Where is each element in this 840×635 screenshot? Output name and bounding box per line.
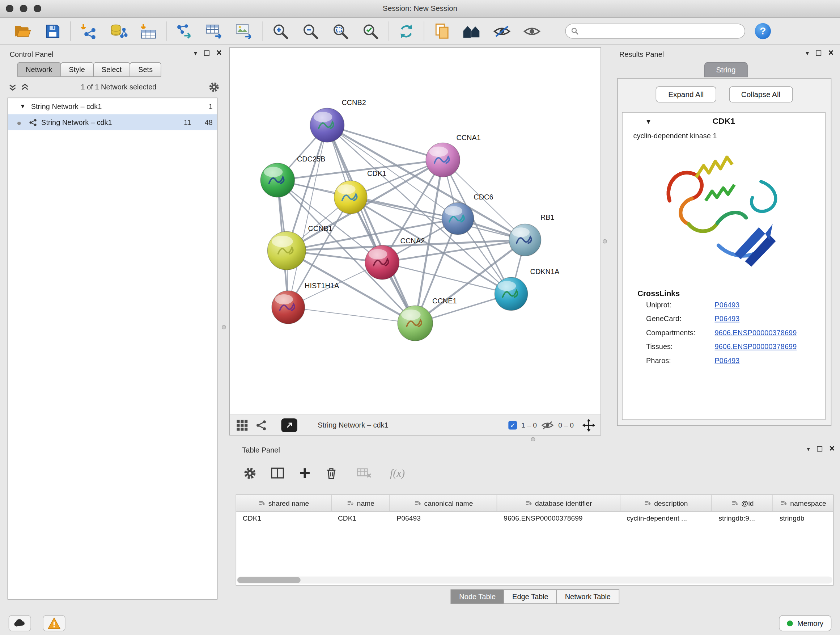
network-node-ccnb2[interactable]: CCNB2 [310,98,366,142]
table-header-row: shared name name canonical name database… [236,495,833,511]
column-header[interactable]: namespace [773,495,833,511]
pan-crosshair-icon[interactable] [583,418,595,432]
network-node-label: RB1 [540,213,554,221]
tab-select[interactable]: Select [93,62,130,77]
column-header[interactable]: database identifier [497,495,620,511]
gear-icon[interactable] [208,81,219,92]
expand-all-icon[interactable] [21,83,29,91]
network-edge[interactable] [327,125,415,323]
hidden-eye-slash-icon[interactable] [541,420,554,430]
panel-close-icon[interactable]: × [829,50,834,56]
hide-selected-button[interactable] [487,19,517,43]
database-network-icon [109,23,127,39]
network-canvas[interactable]: CCNB2CCNA1CDC25BCDK1CDC6RB1CCNB1CCNA2CDK… [230,48,600,415]
warnings-button[interactable] [43,615,65,631]
network-node-label: CDK1 [367,169,386,177]
table-row[interactable]: CDK1 CDK1 P06493 9606.ENSP00000378699 cy… [236,511,833,526]
horizontal-scrollbar[interactable] [237,577,833,584]
tab-network-table[interactable]: Network Table [556,589,619,604]
export-table-button[interactable] [199,19,229,43]
table-mode-button[interactable] [243,466,256,480]
panel-float-icon[interactable] [817,447,822,452]
open-external-button[interactable] [281,418,297,432]
title-bar: Session: New Session [0,0,840,18]
copy-document-button[interactable] [427,19,457,43]
sort-icon [731,500,738,507]
expand-all-button[interactable]: Expand All [656,87,716,103]
zoom-fit-button[interactable] [325,19,355,43]
tab-sets[interactable]: Sets [129,62,161,77]
tab-edge-table[interactable]: Edge Table [504,589,557,604]
column-header[interactable]: @id [712,495,774,511]
scrollbar-thumb[interactable] [237,577,301,583]
import-network-database-button[interactable] [103,19,134,43]
right-splitter-handle[interactable] [603,239,607,244]
search-input[interactable] [582,27,739,35]
crosslink-link[interactable]: P06493 [714,301,739,309]
zoom-out-button[interactable] [295,19,325,43]
horizontal-splitter-handle[interactable] [531,437,535,441]
share-view-button[interactable] [254,418,268,432]
show-columns-button[interactable] [271,467,285,480]
network-node-cdk1[interactable]: CDK1 [334,169,386,214]
clone-network-button[interactable] [169,19,199,43]
crosslink-link[interactable]: P06493 [714,315,739,323]
zoom-selected-button[interactable] [355,19,385,43]
tab-network[interactable]: Network [17,62,61,77]
network-overview-button[interactable] [457,19,487,43]
open-session-button[interactable] [8,19,38,43]
panel-float-icon[interactable] [816,50,821,56]
selected-checkbox-icon[interactable]: ✓ [508,421,517,429]
import-network-file-button[interactable] [73,19,103,43]
network-edge[interactable] [288,125,327,307]
left-splitter-handle[interactable] [222,325,226,329]
show-all-button[interactable] [517,19,547,43]
export-image-button[interactable] [229,19,259,43]
save-session-button[interactable] [38,19,68,43]
column-header[interactable]: description [620,495,712,511]
network-node-rb1[interactable]: RB1 [509,213,554,256]
zoom-in-button[interactable] [265,19,295,43]
disclosure-triangle-icon[interactable]: ▼ [20,103,26,109]
crosslink-link[interactable]: 9606.ENSP00000378699 [714,343,797,351]
trash-icon [325,466,338,480]
collection-label: String Network – cdk1 [31,102,102,110]
gene-disclosure-icon[interactable]: ▼ [645,117,652,125]
network-node-cdkn1a[interactable]: CDKN1A [494,268,560,310]
toolbar-separator [166,21,166,41]
network-node-ccna1[interactable]: CCNA1 [426,134,481,177]
crosslink-link[interactable]: 9606.ENSP00000378699 [714,329,797,337]
network-view: CCNB2CCNA1CDC25BCDK1CDC6RB1CCNB1CCNA2CDK… [229,47,601,435]
function-builder-button[interactable]: f(x) [390,467,405,479]
panel-collapse-icon[interactable]: ▾ [807,445,810,453]
search-icon [571,27,579,35]
panel-float-icon[interactable] [204,50,210,56]
collapse-all-button[interactable]: Collapse All [729,87,793,103]
create-column-button[interactable] [298,467,311,480]
help-button[interactable]: ? [755,23,771,39]
tab-style[interactable]: Style [60,62,94,77]
birdseye-view-button[interactable] [235,418,249,432]
refresh-button[interactable] [391,19,421,43]
panel-collapse-icon[interactable]: ▾ [194,49,197,57]
delete-table-button[interactable] [357,467,371,478]
network-node-hist1h1a[interactable]: HIST1H1A [272,282,339,324]
network-collection-row[interactable]: ▼ String Network – cdk1 1 [8,98,217,114]
network-row[interactable]: ● String Network – cdk1 11 48 [8,114,217,130]
collapse-all-icon[interactable] [9,83,17,91]
network-edge[interactable] [288,307,415,323]
network-edge[interactable] [327,125,443,160]
panel-close-icon[interactable]: × [216,50,222,56]
column-header[interactable]: shared name [236,495,332,511]
column-header[interactable]: canonical name [390,495,497,511]
crosslink-link[interactable]: P06493 [714,356,739,364]
cloud-status-button[interactable] [9,615,31,631]
delete-columns-button[interactable] [325,466,338,480]
tab-string[interactable]: String [704,62,747,77]
column-header[interactable]: name [332,495,390,511]
panel-collapse-icon[interactable]: ▾ [806,49,809,57]
import-table-button[interactable] [134,19,164,43]
memory-button[interactable]: Memory [779,615,832,631]
tab-node-table[interactable]: Node Table [451,589,504,604]
panel-close-icon[interactable]: × [829,447,835,452]
